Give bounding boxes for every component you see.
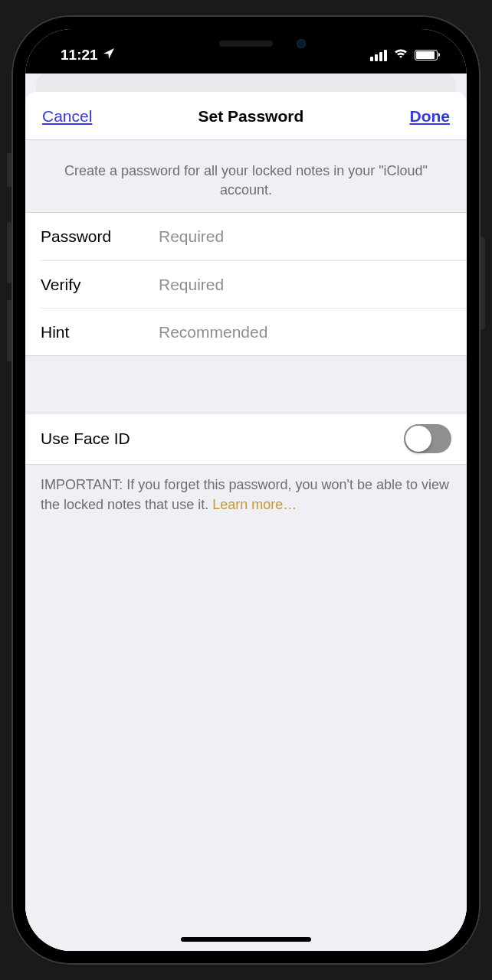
volume-down-button xyxy=(7,300,11,361)
password-form-group: Password Verify Hint xyxy=(25,212,467,356)
location-icon xyxy=(103,47,115,64)
password-input[interactable] xyxy=(159,227,451,246)
faceid-label: Use Face ID xyxy=(41,430,130,448)
volume-up-button xyxy=(7,222,11,283)
phone-frame: 11:21 xyxy=(11,15,481,965)
screen: 11:21 xyxy=(25,29,467,951)
hint-row: Hint xyxy=(41,308,467,355)
footer-description: IMPORTANT: If you forget this password, … xyxy=(25,465,467,524)
wifi-icon xyxy=(393,47,408,64)
status-time: 11:21 xyxy=(61,47,98,64)
faceid-group: Use Face ID xyxy=(25,413,467,465)
power-button xyxy=(481,237,485,329)
hint-input[interactable] xyxy=(159,323,451,341)
mute-switch xyxy=(7,153,11,187)
modal-sheet: Cancel Set Password Done Create a passwo… xyxy=(25,92,467,951)
faceid-row: Use Face ID xyxy=(25,413,467,464)
content-area: Create a password for all your locked no… xyxy=(25,140,467,951)
password-label: Password xyxy=(41,227,159,246)
battery-icon xyxy=(415,50,438,60)
password-row: Password xyxy=(25,213,467,260)
background-card xyxy=(36,74,456,92)
verify-label: Verify xyxy=(41,276,159,294)
page-title: Set Password xyxy=(198,107,304,126)
home-indicator[interactable] xyxy=(181,937,311,942)
learn-more-link[interactable]: Learn more… xyxy=(212,497,297,512)
cellular-signal-icon xyxy=(370,50,387,61)
faceid-toggle[interactable] xyxy=(404,424,451,453)
verify-row: Verify xyxy=(41,260,467,308)
cancel-button[interactable]: Cancel xyxy=(42,107,92,126)
done-button[interactable]: Done xyxy=(409,107,450,126)
notch xyxy=(146,29,346,60)
hint-label: Hint xyxy=(41,323,159,341)
section-description: Create a password for all your locked no… xyxy=(25,140,467,212)
navigation-bar: Cancel Set Password Done xyxy=(25,92,467,140)
verify-input[interactable] xyxy=(159,276,451,294)
